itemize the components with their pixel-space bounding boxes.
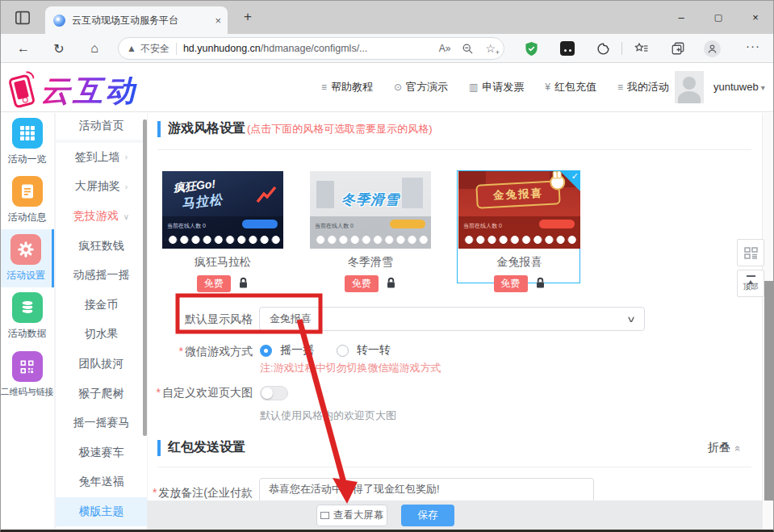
menu-item-lottery[interactable]: 大屏抽奖› [56, 172, 147, 202]
welcome-note: 默认使用风格内的欢迎页大图 [260, 408, 396, 423]
profile-icon[interactable] [704, 40, 721, 57]
radio-shake-selected[interactable] [260, 345, 272, 357]
welcome-image-toggle-off[interactable] [260, 386, 288, 400]
extension-dark-icon[interactable] [560, 41, 575, 56]
nav-recharge[interactable]: ¥红包充值 [545, 80, 596, 94]
lock-icon [535, 277, 546, 291]
favorites-icon[interactable] [634, 41, 649, 56]
demo-icon: ⊙ [394, 82, 402, 93]
menu-item-rabbit[interactable]: 兔年送福 [56, 467, 147, 497]
card-cta-pill [390, 220, 425, 228]
wechat-mode-label: *微信游戏方式 [157, 345, 253, 359]
maximize-button[interactable]: ▢ [700, 0, 737, 34]
refresh-icon[interactable]: ↻ [47, 34, 71, 63]
list-icon: ≡ [617, 82, 623, 93]
chevron-down-icon: ▾ [761, 83, 765, 92]
sidebar-item-info[interactable]: 活动信息 [0, 171, 54, 229]
site-logo[interactable]: 云互动 [11, 71, 137, 111]
browser-toolbar: ← ↻ ⌂ ▲ 不安全 hd.yunhudong.cn /hdmanage/co… [0, 34, 774, 63]
menu-item-monkey[interactable]: 猴子爬树 [56, 379, 147, 408]
add-favorite-icon[interactable]: ☆+ [485, 42, 496, 55]
back-icon[interactable]: ← [11, 34, 36, 63]
nav-demo[interactable]: ⊙官方演示 [394, 80, 448, 94]
site-favicon [53, 15, 65, 27]
default-style-select[interactable]: 金兔报喜 ∨ [259, 307, 645, 331]
style-card-marathon[interactable]: 疯狂Go! 马拉松 当前在线人数 0 疯狂马拉松 免费 [162, 171, 283, 292]
grid-icon [12, 118, 43, 149]
save-button[interactable]: 保存 [401, 505, 454, 526]
layout-icon [744, 247, 758, 259]
minimize-button[interactable]: – [663, 0, 700, 34]
avatar-dots [165, 233, 280, 246]
home-icon[interactable]: ⌂ [82, 34, 107, 63]
free-badge: 免费 [345, 275, 379, 292]
menu-item-signin[interactable]: 签到上墙› [56, 143, 147, 173]
username-dropdown[interactable]: yuntuweb▾ [713, 81, 765, 93]
sidebar-item-settings[interactable]: 活动设置 [0, 229, 54, 287]
browser-menu-icon[interactable]: ··· [741, 39, 765, 52]
menu-item-fruit[interactable]: 切水果 [56, 320, 147, 350]
style-card-marathon-image[interactable]: 疯狂Go! 马拉松 当前在线人数 0 [162, 171, 283, 249]
menu-item-horserace[interactable]: 摇一摇赛马 [56, 408, 147, 438]
menu-item-landscape-theme[interactable]: 横版主题 [56, 497, 147, 527]
sidebar-item-overview[interactable]: 活动一览 [0, 113, 54, 171]
avatar-dots [313, 233, 428, 246]
back-to-top-button[interactable]: 顶部 [737, 270, 764, 297]
help-icon: ≡ [321, 82, 327, 93]
radio-turn[interactable] [337, 345, 349, 357]
tab-actions-icon[interactable] [13, 10, 32, 26]
browser-tab[interactable]: 云互动现场互动服务平台 × [45, 6, 228, 34]
sidebar-item-qrcode[interactable]: 二维码与链接 [0, 346, 54, 404]
welcome-image-label: *自定义欢迎页大图 [148, 386, 253, 400]
qrcode-icon [12, 351, 43, 382]
view-big-screen-button[interactable]: 查看大屏幕 [316, 505, 387, 526]
redpacket-section-title: 红包发送设置 [157, 439, 245, 456]
url-domain: hd.yunhudong.cn [183, 43, 261, 54]
zoom-out-icon[interactable] [462, 43, 474, 55]
free-badge: 免费 [494, 275, 528, 292]
menu-item-crazy-money[interactable]: 疯狂数钱 [56, 231, 147, 261]
style-card-ski-image[interactable]: 冬季滑雪 当前在线人数 0 [310, 171, 431, 249]
nav-invoice[interactable]: ▥申请发票 [469, 80, 524, 94]
menu-item-shake[interactable]: 动感摇一摇 [56, 261, 147, 291]
nav-my-activities[interactable]: ≡我的活动 [617, 80, 669, 94]
tab-close-icon[interactable]: × [215, 15, 221, 27]
phone-logo-icon [8, 73, 36, 108]
runner-icon [256, 186, 277, 206]
rabbit-banner: 金兔报喜 [475, 180, 560, 208]
page-scrollbar-track [762, 113, 774, 530]
invoice-icon: ▥ [469, 82, 478, 93]
style-card-rabbit-selected[interactable]: ✓ 金兔报喜 当前在线人数 0 金兔报喜 免费 [457, 170, 580, 283]
site-header: 云互动 ≡帮助教程 ⊙官方演示 ▥申请发票 ¥红包充值 ≡我的活动 yuntuw… [0, 63, 774, 112]
nav-help[interactable]: ≡帮助教程 [321, 80, 373, 94]
menu-item-games[interactable]: 竞技游戏∨ [56, 202, 147, 232]
menu-item-racing[interactable]: 极速赛车 [56, 438, 147, 468]
page-scrollbar-thumb[interactable] [764, 281, 773, 501]
chevron-right-icon: › [125, 182, 128, 191]
divider [157, 467, 751, 467]
main-content: 游戏风格设置 (点击下面的风格可选取需要显示的风格) 疯狂Go! 马拉松 当前在… [147, 113, 762, 530]
read-aloud-icon[interactable]: A» [439, 43, 451, 54]
menu-item-tugofwar[interactable]: 团队拔河 [56, 350, 147, 379]
screen-layout-button[interactable] [737, 239, 764, 266]
new-tab-button[interactable]: + [239, 9, 257, 25]
adblock-shield-icon[interactable] [524, 41, 538, 56]
divider [157, 149, 751, 150]
sidebar-item-data[interactable]: 活动数据 [0, 287, 54, 346]
collections-icon[interactable] [671, 41, 685, 56]
url-divider [176, 43, 177, 55]
menu-item-coins[interactable]: 接金币 [56, 291, 147, 320]
menu-item-home[interactable]: 活动首页 [56, 113, 147, 143]
free-badge: 免费 [197, 275, 231, 292]
close-button[interactable]: × [737, 0, 774, 34]
primary-sidebar: 活动一览 活动信息 活动设置 活动数据 二维码与链接 [0, 113, 55, 530]
url-path: /hdmanage/configmls/... [261, 43, 368, 54]
extension-cookie-icon[interactable] [596, 41, 610, 56]
brand-name: 云互动 [40, 71, 137, 111]
select-chevron-icon: ∨ [626, 314, 636, 325]
address-bar[interactable]: ▲ 不安全 hd.yunhudong.cn /hdmanage/configml… [118, 37, 504, 60]
collapse-button[interactable]: 折叠 « [708, 441, 741, 455]
style-card-ski[interactable]: 冬季滑雪 当前在线人数 0 冬季滑雪 免费 [310, 171, 431, 292]
user-avatar[interactable] [675, 71, 704, 103]
chevron-down-icon: ∨ [123, 212, 129, 221]
